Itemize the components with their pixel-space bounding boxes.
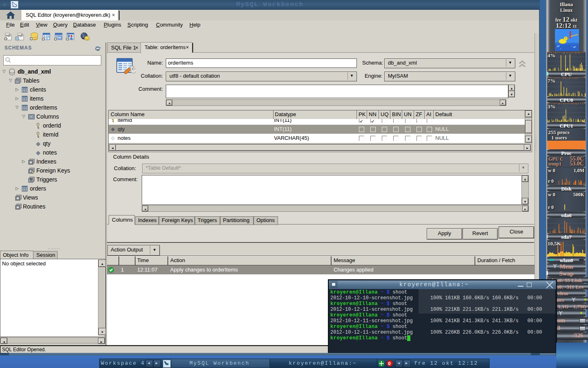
svg-text:SQL: SQL: [6, 34, 11, 37]
svg-text:0: 0: [388, 361, 391, 366]
svg-text:SQL: SQL: [18, 34, 23, 37]
